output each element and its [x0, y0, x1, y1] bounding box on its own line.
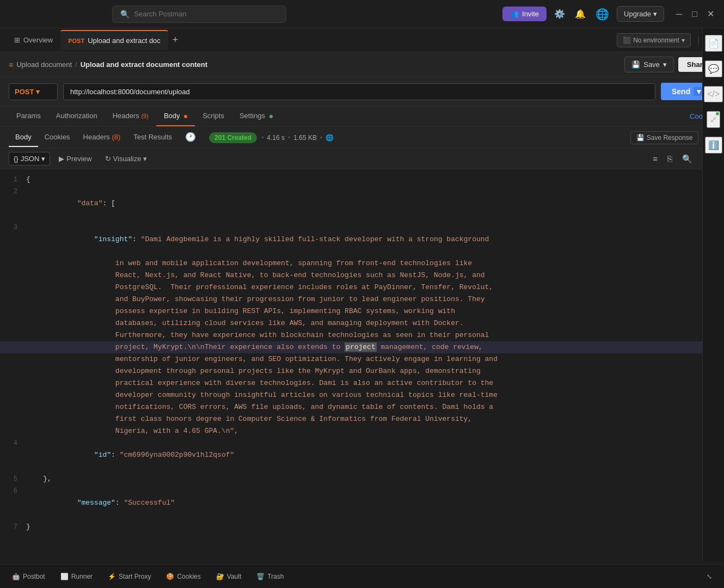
meta-dot-3: •: [320, 134, 322, 142]
tab-headers[interactable]: Headers (9): [105, 106, 156, 126]
code-line-3d: PostgreSQL. Their professional experienc…: [0, 281, 724, 293]
code-line-1: 1 {: [0, 174, 724, 186]
status-badge: 201 Created: [209, 132, 257, 143]
sidebar-comment-icon[interactable]: 💬: [705, 60, 722, 77]
response-section: Body Cookies Headers (8) Test Results 🕐 …: [0, 127, 724, 564]
separator-icon: |: [695, 33, 702, 47]
code-line-3b: in web and mobile application developmen…: [0, 258, 724, 270]
settings-icon[interactable]: ⚙️: [552, 7, 567, 21]
response-size: 1.65 KB: [293, 134, 317, 142]
history-icon[interactable]: 🕐: [179, 127, 203, 148]
resp-tab-cookies[interactable]: Cookies: [38, 128, 77, 147]
tab-body[interactable]: Body: [156, 106, 195, 126]
breadcrumb-current: Upload and extract document content: [81, 60, 207, 69]
close-button[interactable]: ✕: [704, 8, 717, 20]
chevron-down-icon: ▾: [682, 36, 685, 44]
code-line-3n: notifications, CORS errors, AWS file upl…: [0, 401, 724, 413]
code-line-3f: possess expertise in building REST APIs,…: [0, 305, 724, 317]
copy-icon[interactable]: ⎘: [665, 152, 675, 166]
format-selector[interactable]: {} JSON ▾: [9, 152, 50, 166]
cookies-bottom-button[interactable]: 🍪 Cookies: [163, 571, 204, 583]
tab-active[interactable]: POST Upload and extract doc: [60, 30, 168, 50]
tab-authorization[interactable]: Authorization: [48, 106, 105, 126]
code-editor[interactable]: 1 { 2 "data": [ 3 "insight": "Dami Adegb…: [0, 169, 724, 564]
vault-button[interactable]: 🔐 Vault: [213, 571, 244, 583]
format-code-icon[interactable]: ≡: [650, 152, 660, 166]
collection-icon: ≡: [9, 60, 13, 69]
sidebar-code-icon[interactable]: </>: [704, 86, 723, 102]
save-chevron-icon: ▾: [663, 60, 667, 69]
code-line-3o: first class honors degree in Computer Sc…: [0, 413, 724, 425]
trash-button[interactable]: 🗑️ Trash: [253, 571, 287, 583]
code-line-3c: React, Next.js, and React Native, to bac…: [0, 270, 724, 281]
postbot-icon: 🤖: [12, 573, 20, 580]
expand-icon[interactable]: ⤡: [703, 571, 715, 583]
preview-button[interactable]: ▶ Preview: [54, 152, 96, 165]
overview-icon: ⊞: [14, 36, 20, 44]
code-line-3m: developer community through insightful a…: [0, 389, 724, 401]
top-bar: 🔍 👥 Invite ⚙️ 🔔 🌐 Upgrade ▾ ─ □ ✕: [0, 0, 724, 28]
bell-icon[interactable]: 🔔: [573, 7, 588, 21]
code-line-3l: practical experience with diverse techno…: [0, 377, 724, 389]
minimize-button[interactable]: ─: [673, 8, 685, 20]
format-chevron-icon: ▾: [41, 155, 45, 163]
save-resp-icon: 💾: [636, 134, 645, 142]
preview-icon: ▶: [59, 155, 64, 163]
resp-tab-test-results[interactable]: Test Results: [127, 128, 179, 147]
json-toolbar: {} JSON ▾ ▶ Preview ↻ Visualize ▾ ≡ ⎘ 🔍 …: [0, 149, 724, 169]
sidebar-info-icon[interactable]: ℹ️: [705, 137, 722, 154]
code-line-3h: Furthermore, they have experience with b…: [0, 329, 724, 341]
meta-dot-2: •: [288, 134, 290, 142]
no-env-icon: ⬛: [623, 36, 631, 44]
json-braces-icon: {}: [14, 155, 19, 163]
maximize-button[interactable]: □: [689, 8, 701, 20]
meta-dot-1: •: [261, 134, 263, 142]
start-proxy-button[interactable]: ⚡ Start Proxy: [105, 571, 154, 583]
sidebar-doc-icon[interactable]: 📄: [705, 35, 722, 52]
code-line-6: 6 "message": "Successful": [0, 485, 724, 521]
tab-overview[interactable]: ⊞ Overview: [7, 30, 60, 50]
request-tabs: Params Authorization Headers (9) Body Sc…: [0, 106, 724, 127]
code-line-3i: project, MyKrypt.\n\nTheir experience al…: [0, 341, 724, 353]
sidebar-expand-icon[interactable]: ⤢: [707, 111, 720, 128]
url-bar: POST ▾ Send ▾: [0, 77, 724, 106]
tabs-bar: ⊞ Overview POST Upload and extract doc +…: [0, 28, 724, 52]
runner-button[interactable]: ⬜ Runner: [57, 571, 96, 583]
postbot-button[interactable]: 🤖 Postbot: [9, 571, 48, 583]
invite-button[interactable]: 👥 Invite: [502, 7, 547, 21]
url-input[interactable]: [63, 83, 655, 100]
code-line-3g: databases, utilizing cloud services like…: [0, 317, 724, 329]
response-time: 4.16 s: [267, 134, 285, 142]
method-selector[interactable]: POST ▾: [9, 83, 58, 100]
upgrade-button[interactable]: Upgrade ▾: [617, 6, 664, 22]
search-box[interactable]: 🔍: [112, 5, 286, 23]
save-response-button[interactable]: 💾 Save Response: [630, 131, 699, 144]
add-tab-button[interactable]: +: [168, 32, 183, 48]
body-dot: [184, 115, 187, 118]
search-input[interactable]: [134, 10, 278, 18]
code-line-5: 5 },: [0, 473, 724, 485]
invite-icon: 👥: [510, 10, 519, 18]
avatar-icon[interactable]: 🌐: [593, 5, 611, 23]
breadcrumb-parent[interactable]: Upload document: [16, 60, 72, 69]
method-chevron-icon: ▾: [36, 88, 40, 96]
tab-settings[interactable]: Settings: [232, 106, 280, 126]
code-line-3k: development through personal projects li…: [0, 365, 724, 377]
code-line-4: 4 "id": "cm6996yna0002p90v1hl2qsof": [0, 437, 724, 473]
tab-params[interactable]: Params: [9, 106, 48, 126]
resp-tab-body[interactable]: Body: [9, 128, 38, 147]
runner-icon: ⬜: [60, 573, 69, 580]
visualize-chevron-icon: ▾: [143, 155, 147, 163]
vault-icon: 🔐: [216, 573, 224, 580]
tab-method-label: POST: [68, 38, 84, 44]
resp-tab-headers[interactable]: Headers (8): [77, 128, 127, 147]
cookies-icon: 🍪: [166, 573, 174, 580]
visualize-button[interactable]: ↻ Visualize ▾: [101, 152, 152, 165]
right-sidebar: 📄 💬 </> ⤢ ℹ️: [702, 28, 724, 562]
save-button[interactable]: 💾 Save ▾: [624, 57, 674, 72]
bottom-bar: 🤖 Postbot ⬜ Runner ⚡ Start Proxy 🍪 Cooki…: [0, 564, 724, 588]
code-line-7: 7 }: [0, 521, 724, 533]
tab-scripts[interactable]: Scripts: [195, 106, 232, 126]
search-code-icon[interactable]: 🔍: [679, 152, 695, 166]
environment-selector[interactable]: ⬛ No environment ▾: [617, 33, 691, 47]
